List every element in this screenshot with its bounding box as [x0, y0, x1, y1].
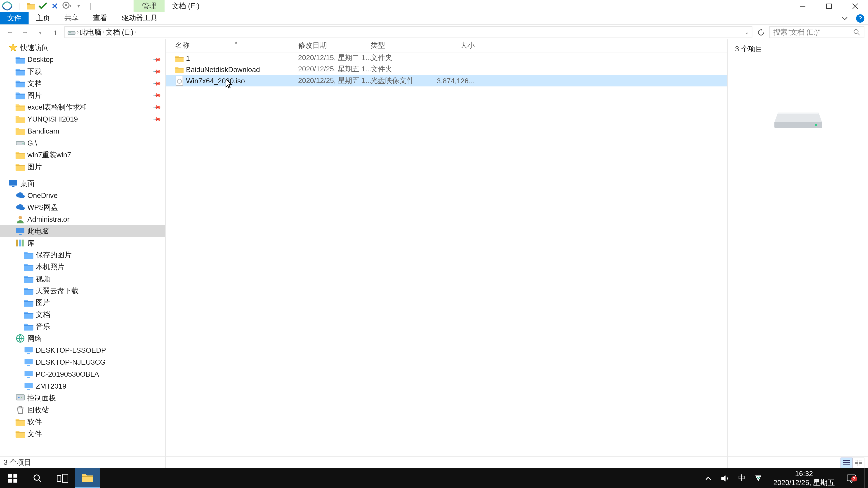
start-button[interactable]	[0, 468, 25, 488]
tree-item[interactable]: 本机照片	[0, 261, 165, 273]
taskbar-explorer[interactable]	[75, 468, 100, 488]
folder-yellow-icon[interactable]	[26, 1, 36, 11]
ime-indicator[interactable]: 中	[737, 473, 747, 483]
taskbar-search-icon[interactable]	[25, 468, 50, 488]
folder-yellow-icon	[16, 114, 25, 124]
tree-item[interactable]: 文档	[0, 308, 165, 321]
contextual-tab-header: 管理	[133, 0, 164, 12]
column-headers[interactable]: 名称▴ 修改日期 类型 大小	[166, 39, 727, 53]
tree-item[interactable]: 文档 📌	[0, 77, 165, 90]
tree-item[interactable]: 图片	[0, 161, 165, 173]
file-list[interactable]: 名称▴ 修改日期 类型 大小 1 2020/12/15, 星期二 1... 文件…	[166, 39, 727, 468]
tab-home[interactable]: 主页	[29, 12, 57, 24]
tree-item[interactable]: 图片	[0, 297, 165, 308]
tree-network[interactable]: 网络	[0, 332, 165, 345]
svg-rect-23	[19, 240, 21, 247]
tree-item[interactable]: excel表格制作求和 📌	[0, 101, 165, 113]
pin-icon: 📌	[153, 79, 161, 88]
gear-dropdown-icon[interactable]	[61, 1, 72, 11]
tree-item[interactable]: Administrator	[0, 213, 165, 225]
navigation-tree[interactable]: 快速访问 Desktop 📌 下载 📌 文档 📌 图片 📌 excel表格制作求…	[0, 39, 166, 468]
column-size[interactable]: 大小	[430, 40, 478, 51]
tab-share[interactable]: 共享	[57, 12, 86, 24]
title-bar: | ✕ ▾ | 管理 文档 (E:)	[0, 0, 868, 12]
tree-desktop[interactable]: 桌面	[0, 177, 165, 190]
maximize-button[interactable]	[815, 0, 842, 12]
tree-item[interactable]: 保存的图片	[0, 249, 165, 261]
check-green-icon[interactable]	[37, 1, 48, 11]
tree-item[interactable]: YUNQISHI2019 📌	[0, 113, 165, 125]
minimize-button[interactable]	[789, 0, 815, 12]
view-details-button[interactable]	[841, 457, 852, 468]
system-tray[interactable]: 中 16:32 2020/12/25, 星期五 3	[703, 468, 868, 488]
column-name[interactable]: 名称▴	[172, 40, 298, 51]
action-center-icon[interactable]: 3	[844, 473, 859, 483]
column-date[interactable]: 修改日期	[298, 40, 371, 51]
tree-item[interactable]: 文件	[0, 428, 165, 440]
tree-item[interactable]: 回收站	[0, 404, 165, 416]
tab-drive-tools[interactable]: 驱动器工具	[114, 12, 164, 24]
nav-history-dropdown-icon[interactable]: ▾	[34, 31, 47, 36]
tree-item[interactable]: 此电脑	[0, 225, 165, 237]
tree-item[interactable]: Desktop 📌	[0, 54, 165, 66]
tree-item[interactable]: 软件	[0, 416, 165, 428]
volume-icon[interactable]	[720, 474, 730, 482]
tree-item[interactable]: 音乐	[0, 321, 165, 332]
tree-item[interactable]: G:\	[0, 137, 165, 149]
folder-blue-icon	[24, 310, 33, 319]
svg-rect-56	[8, 474, 12, 478]
tray-overflow-icon[interactable]	[703, 475, 714, 481]
refresh-icon[interactable]	[755, 28, 767, 36]
breadcrumb-segment[interactable]: 文档 (E:)›	[105, 27, 136, 37]
tree-item[interactable]: WPS网盘	[0, 201, 165, 213]
folder-blue-icon	[24, 298, 33, 307]
close-button[interactable]	[842, 0, 868, 12]
status-item-count: 3 个项目	[4, 457, 31, 468]
tree-item[interactable]: 控制面板	[0, 392, 165, 404]
pin-icon: 📌	[153, 103, 161, 111]
chevron-right-icon[interactable]: ›	[77, 29, 79, 35]
tree-item[interactable]: 图片 📌	[0, 90, 165, 101]
tree-item[interactable]: 下载 📌	[0, 66, 165, 77]
tree-item[interactable]: DESKTOP-NJEU3CG	[0, 356, 165, 368]
search-icon[interactable]	[853, 29, 860, 36]
nav-up-icon[interactable]: ↑	[49, 28, 62, 36]
svg-rect-27	[24, 278, 33, 278]
tab-view[interactable]: 查看	[86, 12, 115, 24]
svg-rect-40	[27, 389, 30, 390]
tree-item[interactable]: ZMT2019	[0, 380, 165, 392]
breadcrumb[interactable]: › 此电脑› 文档 (E:)› ⌄	[64, 26, 752, 38]
svg-rect-28	[24, 289, 33, 290]
view-thumbnails-button[interactable]	[852, 457, 864, 468]
help-button[interactable]: ?	[852, 12, 868, 24]
taskbar[interactable]: 中 16:32 2020/12/25, 星期五 3	[0, 468, 868, 488]
tree-item[interactable]: win7重装win7	[0, 149, 165, 161]
tree-item[interactable]: DESKTOP-LSSOEDP	[0, 344, 165, 356]
tree-item[interactable]: PC-20190530OBLA	[0, 368, 165, 380]
search-input[interactable]: 搜索"文档 (E:)"	[769, 26, 864, 38]
path-dropdown-icon[interactable]: ⌄	[745, 29, 749, 35]
ribbon-expand-icon[interactable]	[837, 12, 852, 24]
tree-item[interactable]: 库	[0, 237, 165, 249]
tree-quick-access[interactable]: 快速访问	[0, 42, 165, 54]
task-view-icon[interactable]	[50, 468, 75, 488]
tree-item[interactable]: 视频	[0, 273, 165, 285]
tray-clock[interactable]: 16:32 2020/12/25, 星期五	[770, 470, 838, 487]
qat-dropdown-icon[interactable]: ▾	[73, 1, 84, 11]
tree-item[interactable]: Bandicam	[0, 125, 165, 137]
breadcrumb-segment[interactable]: 此电脑›	[80, 27, 104, 37]
x-blue-icon[interactable]: ✕	[50, 1, 60, 11]
column-type[interactable]: 类型	[371, 40, 430, 51]
svg-rect-58	[8, 479, 12, 483]
tab-file[interactable]: 文件	[0, 12, 29, 24]
file-row[interactable]: 1 2020/12/15, 星期二 1... 文件夹	[166, 53, 727, 64]
file-row[interactable]: Win7x64_2020.iso 2020/12/25, 星期五 1... 光盘…	[166, 75, 727, 86]
file-row[interactable]: BaiduNetdiskDownload 2020/12/25, 星期五 1..…	[166, 64, 727, 75]
nav-back-icon[interactable]: ←	[4, 28, 17, 36]
tree-item[interactable]: 天翼云盘下载	[0, 285, 165, 297]
network-icon	[16, 334, 25, 343]
tree-item[interactable]: OneDrive	[0, 190, 165, 201]
show-desktop-button[interactable]	[864, 468, 867, 488]
security-icon[interactable]	[753, 474, 764, 482]
folder-blue-icon	[24, 286, 33, 295]
